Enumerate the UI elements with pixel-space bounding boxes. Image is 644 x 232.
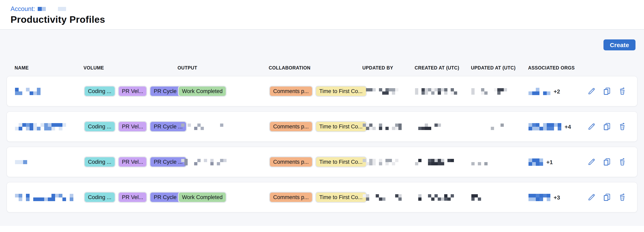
column-header-name: NAME — [14, 65, 84, 70]
cell-associated-orgs: +4 — [528, 123, 581, 130]
trash-icon — [618, 87, 626, 95]
page-title: Productivity Profiles — [10, 14, 644, 25]
cell-created-at — [415, 159, 471, 165]
cell-updated-by — [363, 159, 415, 165]
edit-button[interactable] — [587, 87, 596, 95]
productivity-profiles-page: Account: Productivity Profiles Create NA… — [0, 0, 644, 232]
table-row: Coding ...PR Vel...PR Cycle ... Comments… — [6, 111, 638, 142]
cell-volume: Coding ...PR Vel...PR Cycle ... — [84, 121, 178, 132]
redacted-updated-at — [471, 194, 481, 200]
column-header-associated-orgs: ASSOCIATED ORGS — [528, 65, 581, 70]
badge-pr-vel: PR Vel... — [118, 86, 147, 97]
redacted-associated-orgs — [528, 123, 561, 130]
duplicate-button[interactable] — [603, 122, 611, 131]
redacted-profile-name — [15, 87, 52, 95]
redacted-profile-name — [15, 160, 27, 164]
copy-icon — [603, 87, 611, 95]
edit-button[interactable] — [587, 193, 596, 201]
associated-orgs-more-count: +2 — [554, 88, 560, 94]
cell-created-at — [415, 194, 471, 200]
cell-name — [15, 160, 84, 164]
cell-updated-by — [363, 88, 415, 94]
column-header-created-at: CREATED AT (UTC) — [414, 65, 471, 70]
duplicate-button[interactable] — [603, 193, 611, 201]
column-header-collaboration: COLLABORATION — [269, 65, 362, 70]
cell-actions — [581, 158, 637, 166]
cell-associated-orgs: +1 — [528, 158, 581, 166]
edit-button[interactable] — [587, 122, 596, 131]
edit-button[interactable] — [587, 158, 596, 166]
cell-updated-at — [471, 194, 528, 200]
redacted-profile-name — [15, 123, 70, 130]
cell-updated-by — [363, 194, 415, 200]
cell-actions — [581, 193, 637, 201]
cell-name — [15, 123, 84, 130]
badge-time-to-first-co: Time to First Co... — [315, 121, 367, 132]
redacted-created-at — [415, 123, 441, 130]
badge-work-completed: Work Completed — [178, 86, 227, 97]
cell-created-at — [415, 88, 471, 94]
redacted-associated-orgs — [528, 87, 550, 95]
page-footer-strip — [0, 226, 644, 231]
redacted-profile-name — [15, 194, 73, 201]
badge-pr-vel: PR Vel... — [118, 156, 147, 167]
badge-time-to-first-co: Time to First Co... — [315, 86, 367, 97]
badge-comments-p: Comments p... — [269, 192, 313, 203]
column-header-updated-by: UPDATED BY — [362, 65, 414, 70]
redacted-created-at — [415, 88, 457, 94]
badge-time-to-first-co: Time to First Co... — [315, 192, 367, 203]
associated-orgs-more-count: +4 — [564, 123, 571, 130]
delete-button[interactable] — [618, 87, 626, 95]
pencil-icon — [587, 122, 596, 131]
cell-collaboration: Comments p...Time to First Co... — [269, 192, 363, 203]
cell-name — [15, 87, 84, 95]
redacted-associated-orgs — [528, 158, 543, 166]
delete-button[interactable] — [618, 158, 626, 166]
table-row: Coding ...PR Vel...PR Cycle ... Work Com… — [6, 182, 638, 212]
badge-pr-vel: PR Vel... — [118, 121, 147, 132]
redacted-updated-by — [363, 194, 405, 200]
delete-button[interactable] — [618, 122, 626, 131]
redacted-associated-orgs — [528, 194, 550, 201]
page-header: Account: Productivity Profiles — [0, 0, 644, 29]
associated-orgs-more-count: +3 — [554, 194, 560, 200]
column-header-updated-at: UPDATED AT (UTC) — [471, 65, 528, 70]
main-content: Create NAME VOLUME OUTPUT COLLABORATION … — [0, 29, 644, 226]
cell-output — [178, 123, 269, 130]
cell-output — [178, 159, 269, 165]
redacted-updated-by — [363, 159, 398, 165]
duplicate-button[interactable] — [603, 158, 611, 166]
cell-collaboration: Comments p...Time to First Co... — [269, 156, 363, 167]
copy-icon — [603, 158, 611, 166]
create-button[interactable]: Create — [604, 39, 636, 50]
column-header-output: OUTPUT — [178, 65, 269, 70]
cell-actions — [581, 122, 637, 131]
trash-icon — [618, 193, 626, 201]
pencil-icon — [587, 193, 596, 201]
trash-icon — [618, 122, 626, 131]
cell-associated-orgs: +2 — [528, 87, 581, 95]
associated-orgs-more-count: +1 — [546, 159, 553, 165]
cell-volume: Coding ...PR Vel...PR Cycle ... — [84, 86, 178, 97]
redacted-account-name — [38, 7, 66, 11]
badge-coding: Coding ... — [84, 121, 116, 132]
table-body: Coding ...PR Vel...PR Cycle ... Work Com… — [0, 76, 644, 212]
redacted-updated-at — [471, 88, 514, 94]
account-link[interactable]: Account: — [10, 6, 35, 11]
pencil-icon — [587, 158, 596, 166]
breadcrumb: Account: — [10, 0, 644, 11]
column-header-volume: VOLUME — [84, 65, 178, 70]
cell-volume: Coding ...PR Vel...PR Cycle ... — [84, 192, 178, 203]
redacted-output-metrics — [178, 123, 230, 130]
cell-output: Work Completed — [178, 192, 269, 203]
redacted-created-at — [415, 194, 454, 200]
delete-button[interactable] — [618, 193, 626, 201]
badge-comments-p: Comments p... — [269, 156, 313, 167]
cell-output: Work Completed — [178, 86, 269, 97]
badge-work-completed: Work Completed — [178, 192, 227, 203]
cell-updated-at — [471, 88, 528, 94]
badge-coding: Coding ... — [84, 156, 116, 167]
duplicate-button[interactable] — [603, 87, 611, 95]
table-row: Coding ...PR Vel...PR Cycle ... Work Com… — [6, 76, 638, 106]
cell-updated-at — [471, 159, 528, 165]
